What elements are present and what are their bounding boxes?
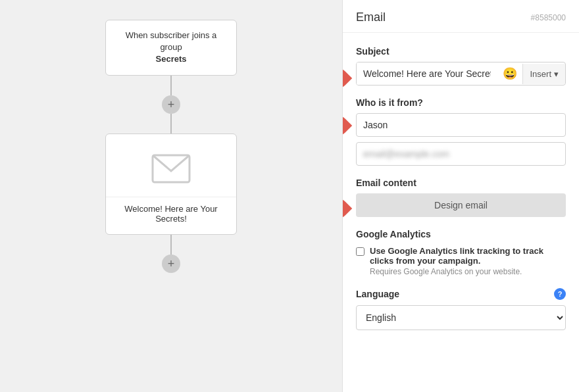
subject-input[interactable] [357, 62, 497, 85]
language-label: Language [356, 289, 399, 299]
analytics-label: Google Analytics [356, 229, 566, 239]
analytics-checkbox-row: Use Google Analytics link tracking to tr… [356, 246, 566, 276]
trigger-line2: Secrets [156, 54, 187, 64]
insert-button[interactable]: Insert ▾ [522, 64, 565, 84]
analytics-checkbox-subtext: Requires Google Analytics on your websit… [370, 267, 566, 276]
who-from-label: Who is it from? [356, 97, 566, 108]
language-select[interactable]: English [356, 305, 566, 330]
add-step-button-2[interactable]: + [162, 255, 180, 273]
help-icon[interactable]: ? [554, 288, 566, 300]
email-icon-area [138, 134, 204, 197]
analytics-checkbox[interactable] [356, 247, 365, 256]
right-header-title: Email [356, 11, 386, 24]
analytics-text: Use Google Analytics link tracking to tr… [370, 246, 566, 276]
right-content: 1 Subject 😀 Insert ▾ 2 [343, 33, 579, 392]
subject-group: 1 Subject 😀 Insert ▾ [356, 46, 566, 86]
trigger-node: When subscriber joins a group Secrets [105, 20, 237, 76]
language-section: Language ? English [356, 288, 566, 330]
connector-1 [170, 76, 172, 95]
analytics-section: Google Analytics Use Google Analytics li… [356, 229, 566, 276]
email-content-group: 3 Email content Design email [356, 178, 566, 217]
who-from-group: 2 Who is it from? email@example.com [356, 97, 566, 166]
email-node-label: Welcome! Here are Your Secrets! [106, 197, 236, 234]
analytics-checkbox-text-bold: Use Google Analytics link tracking to tr… [370, 246, 543, 266]
left-panel: When subscriber joins a group Secrets + … [0, 0, 342, 392]
email-content-label: Email content [356, 178, 566, 188]
from-email-input[interactable]: email@example.com [356, 142, 566, 166]
email-node[interactable]: Welcome! Here are Your Secrets! [105, 134, 237, 235]
right-panel: Email #8585000 1 Subject 😀 Insert ▾ [342, 0, 579, 392]
connector-3 [170, 235, 172, 255]
email-icon [151, 154, 191, 184]
from-name-input[interactable] [356, 113, 566, 137]
right-header-id: #8585000 [531, 13, 566, 22]
step-badge-3: 3 [342, 199, 348, 218]
subject-label: Subject [356, 46, 566, 57]
step-badge-1: 1 [342, 68, 348, 88]
design-email-button[interactable]: Design email [356, 193, 566, 217]
subject-row: 😀 Insert ▾ [356, 62, 566, 86]
add-step-button-1[interactable]: + [162, 95, 180, 114]
emoji-button[interactable]: 😀 [497, 66, 522, 81]
connector-2 [170, 114, 172, 134]
language-header: Language ? [356, 288, 566, 300]
right-header: Email #8585000 [343, 0, 579, 33]
step-badge-2: 2 [342, 116, 348, 135]
trigger-line1: When subscriber joins a group [126, 30, 217, 52]
